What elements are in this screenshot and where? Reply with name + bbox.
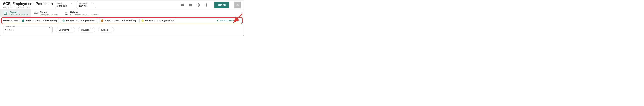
tab-focus-sub: Identify error hotspots bbox=[40, 13, 58, 15]
swatch-icon bbox=[62, 19, 65, 22]
svg-point-10 bbox=[36, 13, 37, 14]
model-dropdown-label: Model bbox=[57, 3, 72, 4]
swatch-icon bbox=[22, 19, 24, 22]
labels-dropdown[interactable]: Labels bbox=[98, 27, 114, 33]
chevron-down-icon bbox=[91, 28, 92, 31]
tab-debug-title: Debug bbox=[70, 11, 98, 13]
swatch-icon bbox=[101, 19, 104, 22]
svg-line-9 bbox=[7, 14, 7, 15]
tabs-row: Explore Performance statistics Focus Ide… bbox=[0, 9, 244, 17]
chevron-down-icon bbox=[70, 28, 72, 31]
header-bar: ACS_Employment_Prediction Model diagnost… bbox=[0, 0, 244, 9]
svg-point-5 bbox=[198, 5, 198, 6]
stop-comparing-button[interactable]: ✕ STOP COMPARING bbox=[215, 18, 241, 23]
tab-explore[interactable]: Explore Performance statistics bbox=[0, 9, 31, 17]
header-action-icons: SHARE A bbox=[180, 1, 241, 8]
breadcrumb: Model diagnostics / Performance bbox=[3, 6, 53, 8]
tab-debug[interactable]: Debug Find features contributing to erro… bbox=[61, 9, 101, 17]
model-chip-2-label: model3 - 2016-CA (evaluation) bbox=[105, 19, 136, 22]
close-icon: ✕ bbox=[216, 19, 218, 22]
baseline-data-value: 2014-CA bbox=[4, 28, 14, 31]
model-chip-3-label: model3 - 2014-CA (baseline) bbox=[145, 19, 174, 22]
labels-label: Labels bbox=[101, 28, 108, 31]
tab-focus-title: Focus bbox=[40, 11, 58, 13]
chevron-down-icon bbox=[71, 3, 72, 6]
baseline-data-dropdown[interactable]: Baseline data 2014-CA bbox=[2, 27, 52, 33]
microscope-icon bbox=[64, 11, 68, 15]
split-dropdown[interactable]: Split name 2016-CA bbox=[76, 1, 95, 8]
model-dropdown[interactable]: Model 2 models bbox=[55, 1, 74, 8]
model-chip-1-label: model2 - 2014-CA (baseline) bbox=[66, 19, 95, 22]
tab-focus[interactable]: Focus Identify error hotspots bbox=[31, 9, 61, 17]
chevron-down-icon bbox=[92, 3, 94, 6]
chevron-down-icon bbox=[110, 28, 111, 31]
swatch-icon bbox=[142, 19, 144, 22]
split-dropdown-value: 2016-CA bbox=[78, 4, 94, 7]
model-chip-2[interactable]: model3 - 2016-CA (evaluation) bbox=[99, 18, 138, 23]
stop-comparing-label: STOP COMPARING bbox=[220, 19, 239, 22]
copy-icon[interactable] bbox=[188, 3, 192, 7]
comment-icon[interactable] bbox=[180, 3, 184, 7]
models-data-label: Models & Data: bbox=[3, 19, 18, 22]
filter-row: Baseline data 2014-CA Segments Classes L… bbox=[0, 24, 244, 36]
classes-dropdown[interactable]: Classes bbox=[78, 27, 95, 33]
tab-debug-sub: Find features contributing to error bbox=[70, 13, 98, 15]
share-button[interactable]: SHARE bbox=[214, 2, 229, 8]
eye-icon bbox=[34, 11, 38, 15]
segments-dropdown[interactable]: Segments bbox=[56, 27, 75, 33]
classes-label: Classes bbox=[81, 28, 90, 31]
gear-icon[interactable] bbox=[204, 3, 208, 7]
model-chip-1[interactable]: model2 - 2014-CA (baseline) bbox=[60, 18, 97, 23]
avatar[interactable]: A bbox=[234, 1, 241, 8]
model-chip-3[interactable]: model3 - 2014-CA (baseline) bbox=[140, 18, 176, 23]
split-dropdown-label: Split name bbox=[78, 3, 94, 4]
baseline-data-legend: Baseline data bbox=[4, 25, 16, 27]
model-dropdown-value: 2 models bbox=[57, 4, 72, 7]
svg-rect-3 bbox=[189, 4, 191, 5]
model-chip-0-label: model2 - 2016-CA (evaluation) bbox=[26, 19, 57, 22]
svg-rect-2 bbox=[190, 4, 192, 6]
model-chip-0[interactable]: model2 - 2016-CA (evaluation) bbox=[20, 18, 59, 23]
page-title: ACS_Employment_Prediction bbox=[3, 2, 53, 6]
models-data-bar: Models & Data: model2 - 2016-CA (evaluat… bbox=[1, 17, 242, 24]
title-block: ACS_Employment_Prediction Model diagnost… bbox=[3, 2, 53, 8]
chevron-down-icon bbox=[49, 28, 50, 31]
app-window: ACS_Employment_Prediction Model diagnost… bbox=[0, 0, 244, 36]
svg-point-6 bbox=[206, 4, 207, 5]
help-icon[interactable] bbox=[196, 3, 200, 7]
segments-label: Segments bbox=[58, 28, 69, 31]
tab-explore-sub: Performance statistics bbox=[10, 13, 28, 15]
explore-icon bbox=[4, 11, 8, 15]
tab-explore-title: Explore bbox=[10, 11, 28, 13]
